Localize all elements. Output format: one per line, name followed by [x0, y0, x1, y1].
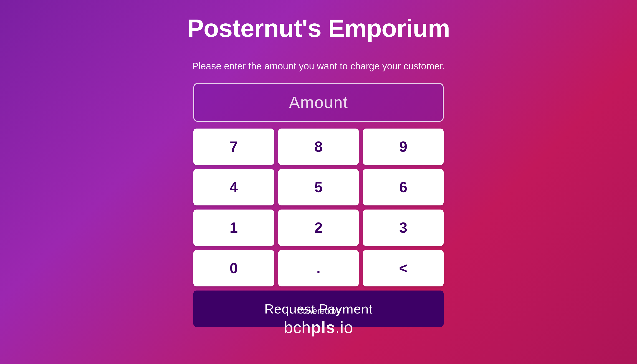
- app-header: Posternut's Emporium: [0, 0, 637, 61]
- powered-by-label: Powered by: [297, 306, 340, 316]
- amount-placeholder: Amount: [289, 93, 348, 112]
- brand-bold: pls: [311, 318, 335, 336]
- key-4[interactable]: 4: [194, 169, 274, 206]
- main-container: Please enter the amount you want to char…: [182, 61, 455, 327]
- brand-logo: bchpls.io: [284, 318, 353, 337]
- amount-display: Amount: [194, 83, 444, 122]
- key-3[interactable]: 3: [363, 210, 444, 246]
- key-6[interactable]: 6: [363, 169, 444, 206]
- footer: Powered by bchpls.io: [284, 306, 353, 337]
- instruction-text: Please enter the amount you want to char…: [192, 61, 445, 72]
- brand-prefix: bch: [284, 318, 311, 336]
- key-0[interactable]: 0: [194, 250, 274, 286]
- brand-suffix: .io: [335, 318, 353, 336]
- key-backspace[interactable]: <: [363, 250, 444, 286]
- key-9[interactable]: 9: [363, 128, 444, 165]
- app-title: Posternut's Emporium: [0, 14, 637, 42]
- keypad: 7 8 9 4 5 6 1 2 3 0 . <: [194, 128, 444, 286]
- key-2[interactable]: 2: [278, 210, 359, 246]
- key-5[interactable]: 5: [278, 169, 359, 206]
- key-7[interactable]: 7: [194, 128, 274, 165]
- key-1[interactable]: 1: [194, 210, 274, 246]
- key-8[interactable]: 8: [278, 128, 359, 165]
- key-decimal[interactable]: .: [278, 250, 359, 286]
